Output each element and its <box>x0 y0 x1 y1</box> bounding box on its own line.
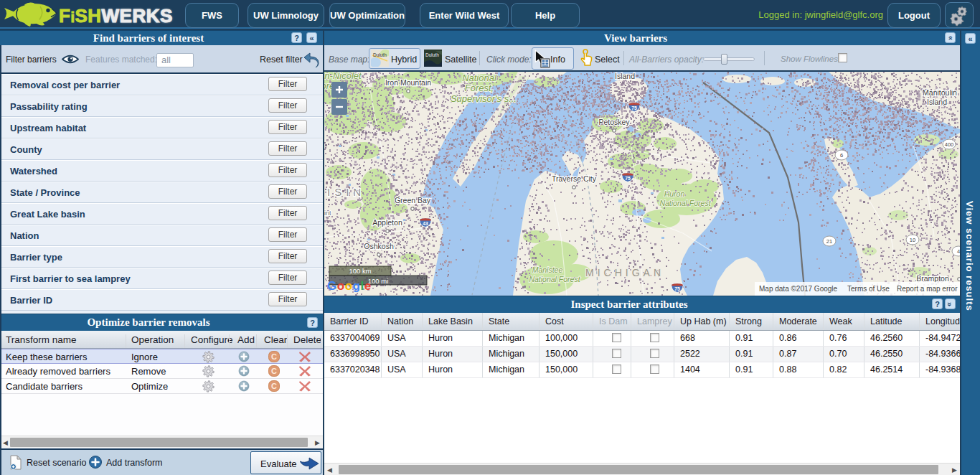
svg-text:C: C <box>271 382 277 390</box>
svg-text:6: 6 <box>840 152 843 159</box>
svg-text:Forest,: Forest, <box>465 83 494 93</box>
svg-text:ISIN: ISIN <box>327 186 365 198</box>
svg-text:Report a map error: Report a map error <box>897 285 958 293</box>
svg-text:National Forest: National Forest <box>659 199 711 207</box>
svg-text:Brampton: Brampton <box>916 274 949 283</box>
svg-text:Petoskey: Petoskey <box>598 118 630 126</box>
svg-text:Island: Island <box>615 72 635 80</box>
svg-text:Duluth: Duluth <box>425 52 439 57</box>
svg-text:10: 10 <box>910 237 915 243</box>
svg-text:National Forest: National Forest <box>529 275 580 283</box>
svg-text:Oshkosh: Oshkosh <box>364 242 394 250</box>
svg-text:100 km: 100 km <box>349 267 371 275</box>
svg-text:National: National <box>462 72 497 83</box>
svg-text:75: 75 <box>625 176 631 181</box>
svg-text:C: C <box>271 367 277 375</box>
svg-text:Map data ©2017 Google: Map data ©2017 Google <box>759 285 838 293</box>
svg-text:Traverse City: Traverse City <box>552 174 597 183</box>
svg-text:Manitoulin: Manitoulin <box>923 88 957 97</box>
svg-text:Google: Google <box>327 279 372 293</box>
svg-text:C: C <box>271 352 277 361</box>
svg-text:43: 43 <box>423 221 428 226</box>
svg-text:Iron Mountain: Iron Mountain <box>385 78 431 87</box>
svg-text:Supervisor's s...: Supervisor's s... <box>451 93 517 104</box>
svg-text:Island: Island <box>927 98 947 106</box>
svg-text:21: 21 <box>826 238 832 245</box>
svg-text:Duluth: Duluth <box>373 52 387 57</box>
svg-text:4: 4 <box>957 248 960 255</box>
svg-text:Terms of Use: Terms of Use <box>847 285 890 293</box>
svg-text:MICHIGAN: MICHIGAN <box>585 267 664 278</box>
svg-text:400: 400 <box>945 141 954 148</box>
svg-text:Appleton: Appleton <box>372 218 402 227</box>
svg-text:int: int <box>324 210 331 217</box>
svg-text:75: 75 <box>674 286 680 291</box>
svg-text:75: 75 <box>631 105 637 110</box>
svg-text:Manistee: Manistee <box>532 265 563 274</box>
svg-text:Huron: Huron <box>664 189 685 198</box>
svg-text:Green Bay: Green Bay <box>395 196 431 204</box>
